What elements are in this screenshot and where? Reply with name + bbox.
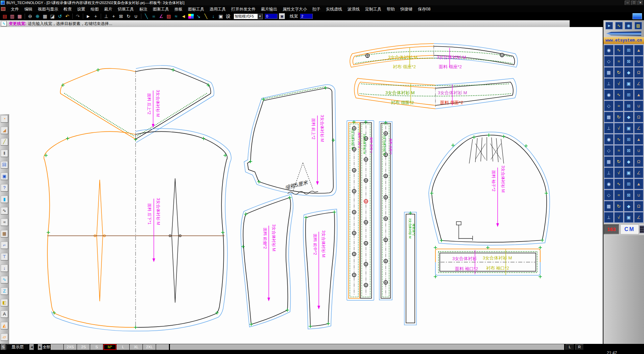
sidebar-tool-icon[interactable]: ◆ xyxy=(624,201,634,211)
sidebar-tool-icon[interactable]: ⊠ xyxy=(624,145,634,156)
mode-select-dropdown[interactable]: 智能模式F5 ▼ xyxy=(234,14,263,19)
sidebar-tool-icon[interactable]: Ω xyxy=(634,112,644,122)
circle-tool-icon[interactable]: ◉ xyxy=(625,22,632,29)
size-button[interactable]: L xyxy=(117,344,129,350)
drawing-canvas[interactable]: 面料 后上*2 3女合体衬衫 M xyxy=(0,27,603,344)
hatch-icon[interactable]: ▨ xyxy=(165,13,172,20)
size-button[interactable]: 2S xyxy=(77,344,90,350)
menu-item[interactable]: 实线虚线 xyxy=(323,7,345,11)
sidebar-tool-icon[interactable]: ∿ xyxy=(614,134,624,145)
menu-item[interactable]: 检查 xyxy=(61,7,74,11)
arrow-down-icon[interactable]: ↓ xyxy=(1,264,8,272)
hatch-tool-icon[interactable]: ▨ xyxy=(635,22,642,29)
sidebar-tool-icon[interactable]: ∠ xyxy=(634,78,644,89)
menu-item[interactable]: 图标工具 xyxy=(185,7,207,11)
menu-item[interactable]: 裁片 xyxy=(101,7,115,11)
sidebar-tool-icon[interactable]: ∠ xyxy=(634,212,644,223)
menu-item[interactable]: 切展工具 xyxy=(115,7,137,11)
bars-icon[interactable]: ‖ xyxy=(1,150,8,157)
size-button[interactable]: XL xyxy=(130,344,143,350)
sidebar-tool-icon[interactable]: ▦ xyxy=(604,156,614,167)
menu-item[interactable]: 绘图 xyxy=(88,7,101,11)
sidebar-tool-icon[interactable]: ▣ xyxy=(624,123,634,133)
merge-arrow-icon[interactable]: ↘ xyxy=(195,13,202,20)
sidebar-tool-icon[interactable]: ▦ xyxy=(604,112,614,122)
sidebar-tool-icon[interactable]: ◉ xyxy=(604,134,614,145)
size-button[interactable] xyxy=(51,344,64,350)
piece-front-side[interactable]: 面料 前侧*2 3女合体衬衫 M xyxy=(241,194,293,327)
zigzag-icon[interactable]: Z xyxy=(1,287,8,295)
piece-collar[interactable]: 3女合体衬衫 M 衬布 领面*2 3女合体衬衫 M 面料 领面*2 xyxy=(354,78,517,109)
menu-item[interactable]: 视图与显示 xyxy=(35,7,61,11)
sidebar-tool-icon[interactable]: ↻ xyxy=(614,67,624,78)
sidebar-tool-icon[interactable]: ◆ xyxy=(624,67,634,78)
wave-icon[interactable]: ≈ xyxy=(173,13,180,20)
sidebar-tool-icon[interactable]: ◇ xyxy=(604,56,614,67)
sidebar-tool-icon[interactable]: ⊠ xyxy=(624,190,634,200)
frame-icon[interactable]: ▣ xyxy=(217,13,224,20)
squiggle-arrow-icon[interactable]: ≈ xyxy=(1,219,8,226)
sidebar-tool-icon[interactable]: ◉ xyxy=(604,90,614,100)
sidebar-tool-icon[interactable]: ≈ xyxy=(614,101,624,111)
sidebar-tool-icon[interactable]: Ω xyxy=(634,156,644,167)
sidebar-tool-icon[interactable]: ◉ xyxy=(604,179,614,189)
zoom-out-icon[interactable]: ⊖ xyxy=(27,13,33,20)
size-button[interactable]: 2XL xyxy=(143,344,156,350)
sidebar-tool-icon[interactable]: ≈ xyxy=(614,145,624,156)
sidebar-tool-icon[interactable]: √ xyxy=(614,123,624,133)
left-piece-button[interactable]: L xyxy=(566,344,574,350)
sidebar-tool-icon[interactable]: Ω xyxy=(634,201,644,211)
keyboard-icon[interactable]: ▦ xyxy=(42,13,48,20)
menu-item[interactable]: 保存08 xyxy=(415,7,433,11)
cross-mark-icon[interactable]: + xyxy=(110,13,117,20)
size-button[interactable]: 2XS xyxy=(64,344,77,350)
sidebar-tool-icon[interactable]: ◇ xyxy=(604,190,614,200)
sidebar-tool-icon[interactable]: ⊞ xyxy=(624,90,634,100)
numpad-icon[interactable]: ▣ xyxy=(279,13,285,19)
all-sizes-button[interactable]: 全部 xyxy=(43,344,50,350)
menu-item[interactable]: 推板 xyxy=(172,7,185,11)
menu-item[interactable]: 帮助 xyxy=(384,7,398,11)
perpendicular-icon[interactable]: ⊥ xyxy=(103,13,110,20)
sidebar-tool-icon[interactable]: ↻ xyxy=(614,201,624,211)
sidebar-tool-icon[interactable]: ◆ xyxy=(624,156,634,167)
pattern-canvas[interactable]: 面料 后上*2 3女合体衬衫 M xyxy=(0,27,603,344)
sidebar-tool-icon[interactable]: ◉ xyxy=(604,45,614,55)
drop-arrow-icon[interactable]: ↓ xyxy=(210,13,217,20)
rotate-view-icon[interactable]: ↺ xyxy=(56,13,63,20)
menu-item[interactable]: 裁片输出 xyxy=(258,7,280,11)
sidebar-tool-icon[interactable]: √ xyxy=(614,78,624,89)
sidebar-tool-icon[interactable]: ∿ xyxy=(614,90,624,100)
menu-item[interactable]: 标注 xyxy=(137,7,150,11)
menu-item[interactable]: 属性文字大小 xyxy=(280,7,310,11)
menu-item[interactable]: 文件 xyxy=(8,7,22,11)
sidebar-tool-icon[interactable]: ▲ xyxy=(634,45,644,55)
pencil-icon[interactable]: ╱ xyxy=(1,138,8,146)
sidebar-tool-icon[interactable]: ⊥ xyxy=(604,78,614,89)
squiggle-icon[interactable]: ∿ xyxy=(1,207,8,214)
sidebar-tool-icon[interactable]: ◇ xyxy=(604,101,614,111)
chevron-down-icon[interactable]: ▼ xyxy=(258,14,262,19)
minimize-button[interactable]: ─ xyxy=(625,1,630,5)
sidebar-tool-icon[interactable]: ∿ xyxy=(614,179,624,189)
sidebar-tool-icon[interactable]: ≈ xyxy=(614,190,624,200)
piece-front-upper[interactable]: 缩褶5厘米 面料 前上*2 3女合体衬衫 M xyxy=(244,85,336,196)
settings-text-icon[interactable]: 设 xyxy=(225,13,232,20)
help-icon[interactable]: ? xyxy=(1,184,8,192)
sidebar-tool-icon[interactable]: ▦ xyxy=(604,67,614,78)
u-curve-icon[interactable]: ∪ xyxy=(133,13,139,20)
move-point-icon[interactable]: + xyxy=(92,13,99,20)
hook-icon[interactable]: ↻ xyxy=(125,13,132,20)
sidebar-tool-icon[interactable]: ∠ xyxy=(634,123,644,133)
sidebar-tool-icon[interactable]: ⊥ xyxy=(604,168,614,178)
sidebar-tool-icon[interactable]: ↻ xyxy=(614,112,624,122)
menu-item[interactable]: 编辑 xyxy=(22,7,35,11)
solid-block-icon[interactable]: ▮ xyxy=(1,196,8,203)
menu-item[interactable]: 快捷键 xyxy=(398,7,415,11)
menu-item[interactable]: 波浪线 xyxy=(345,7,362,11)
next-arrow-button[interactable]: ▶ xyxy=(38,344,42,350)
piece-sleeve[interactable]: 面料 袖子*2 3女合体衬衫 M xyxy=(429,132,550,245)
menu-item[interactable]: 设置 xyxy=(74,7,88,11)
size-button[interactable] xyxy=(156,344,169,350)
sidebar-tool-icon[interactable]: ⊞ xyxy=(624,45,634,55)
